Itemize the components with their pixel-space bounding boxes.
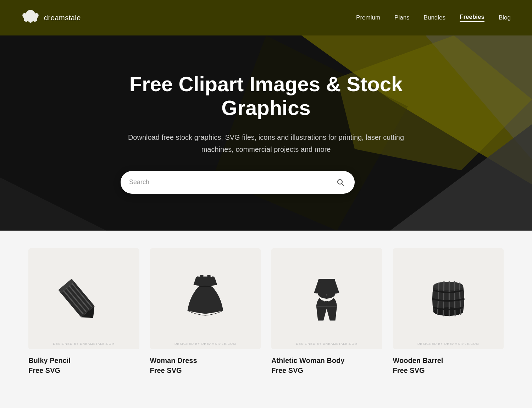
item-image-woman-dress: DESIGNED BY DREAMSTALE.COM [150,248,261,349]
svg-point-20 [326,294,327,296]
item-card-woman-dress[interactable]: DESIGNED BY DREAMSTALE.COM Woman Dress F… [150,248,261,375]
athletic-woman-icon [296,271,357,326]
hero-content: Free Clipart Images & Stock Graphics Dow… [121,72,411,193]
watermark-barrel: DESIGNED BY DREAMSTALE.COM [417,342,479,346]
nav-bundles[interactable]: Bundles [424,14,445,21]
item-title-barrel: Wooden Barrel Free SVG [393,355,443,375]
search-button[interactable] [335,177,346,188]
logo-icon [21,9,40,27]
logo-link[interactable]: dreamstale [21,9,81,27]
header: dreamstale Premium Plans Bundles Freebie… [0,0,532,35]
item-card-athletic-woman[interactable]: DESIGNED BY DREAMSTALE.COM Athletic Woma… [271,248,382,375]
search-bar [121,171,355,194]
item-image-bulky-pencil: DESIGNED BY DREAMSTALE.COM [28,248,139,349]
logo-text: dreamstale [44,14,81,22]
dress-icon [175,271,236,326]
items-grid: DESIGNED BY DREAMSTALE.COM Bulky Pencil … [28,248,504,375]
item-image-athletic-woman: DESIGNED BY DREAMSTALE.COM [271,248,382,349]
nav-blog[interactable]: Blog [499,14,511,21]
barrel-icon [418,271,479,326]
item-title-dress: Woman Dress Free SVG [150,355,197,375]
hero-title: Free Clipart Images & Stock Graphics [121,72,411,120]
watermark-athletic: DESIGNED BY DREAMSTALE.COM [296,342,358,346]
item-card-bulky-pencil[interactable]: DESIGNED BY DREAMSTALE.COM Bulky Pencil … [28,248,139,375]
pencil-icon [53,271,114,326]
content-section: DESIGNED BY DREAMSTALE.COM Bulky Pencil … [0,231,532,397]
watermark-dress: DESIGNED BY DREAMSTALE.COM [174,342,236,346]
svg-rect-18 [200,275,203,278]
nav-plans[interactable]: Plans [394,14,410,21]
item-title-pencil: Bulky Pencil Free SVG [28,355,71,375]
item-title-athletic: Athletic Woman Body Free SVG [271,355,344,375]
search-icon [336,178,345,187]
svg-rect-19 [207,275,210,278]
svg-line-8 [342,183,344,186]
search-input[interactable] [129,178,335,186]
hero-section: Free Clipart Images & Stock Graphics Dow… [0,35,532,231]
main-nav: Premium Plans Bundles Freebies Blog [356,13,511,22]
item-image-wooden-barrel: DESIGNED BY DREAMSTALE.COM [393,248,504,349]
watermark-pencil: DESIGNED BY DREAMSTALE.COM [53,342,115,346]
item-card-wooden-barrel[interactable]: DESIGNED BY DREAMSTALE.COM Wooden Barrel… [393,248,504,375]
svg-point-21 [433,282,463,290]
nav-premium[interactable]: Premium [356,14,380,21]
hero-subtitle: Download free stock graphics, SVG files,… [121,131,411,155]
nav-freebies[interactable]: Freebies [460,13,484,22]
